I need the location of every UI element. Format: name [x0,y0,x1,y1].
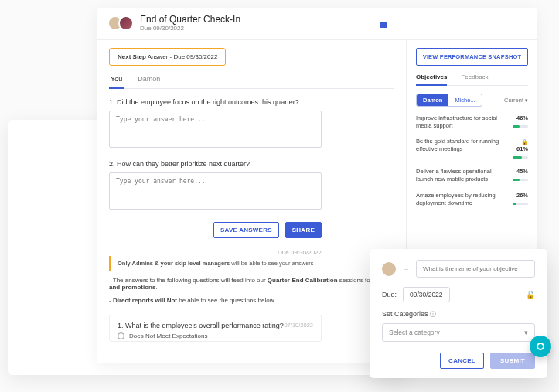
person-filter-row: Damon Miche... Current [416,94,528,107]
objective-text: Deliver a flawless operational launch ne… [416,168,500,183]
sidebar-tabs: Objectives Feedback [416,73,528,86]
objective-progress: 45% [505,168,528,182]
tab-objectives[interactable]: Objectives [416,73,447,86]
visibility-note: - Direct reports will Not be able to see… [109,297,394,304]
rating-option-1[interactable]: Does Not Meet Expectations [118,332,313,339]
chip-miche[interactable]: Miche... [448,94,481,106]
main-column: Next Step Answer - Due 09/30/2022 You Da… [97,40,406,363]
avatar [118,15,134,31]
objective-percent: 26% [505,192,528,199]
due-label: Due: [382,291,397,298]
share-button[interactable]: SHARE [285,222,322,238]
objective-percent: 46% [505,114,528,121]
help-icon[interactable]: ⓘ [430,311,436,318]
next-step-label: Next Step [118,53,146,60]
rating-option-label: Does Not Meet Expectations [129,332,207,339]
progress-bar [513,156,528,159]
lock-icon: 🔒 [521,139,528,145]
chip-damon[interactable]: Damon [417,94,448,106]
objective-progress: 26% [505,192,528,206]
answer-2-input[interactable] [109,172,322,210]
popover-actions: CANCEL SUBMIT [382,353,535,369]
progress-bar [513,179,528,181]
submit-button[interactable]: SUBMIT [490,353,535,369]
unlock-icon[interactable]: 🔓 [526,291,535,299]
objective-text: Amaze employees by reducing deployment d… [416,192,500,207]
admin-visibility-note: Only Admins & your skip level managers w… [109,256,320,271]
flag-icon[interactable] [380,22,387,28]
objective-row[interactable]: Deliver a flawless operational launch ne… [416,168,528,183]
next-step-text: Answer - Due 09/30/2022 [148,53,218,60]
answer-1-input[interactable] [109,111,322,148]
save-answers-button[interactable]: SAVE ANSWERS [213,222,279,238]
objective-percent: 61% [505,145,528,152]
avatar [382,262,396,276]
objective-name-input[interactable] [416,260,535,278]
help-fab[interactable] [530,336,551,357]
radio-icon [118,332,124,339]
progress-bar [513,125,528,128]
objective-percent: 45% [505,168,528,175]
select-placeholder: Select a category [389,329,440,336]
author-tabs: You Damon [109,72,394,89]
objective-text: Improve infrastructure for social media … [416,114,500,130]
cancel-button[interactable]: CANCEL [440,353,484,369]
circle-icon [537,343,544,350]
popover-row-name: → [382,260,535,278]
arrow-right-icon: → [402,264,410,273]
progress-bar [513,203,528,205]
due-date-input[interactable]: 09/30/2022 [403,287,450,302]
answer-actions: SAVE ANSWERS SHARE [109,222,322,238]
panel-header: End of Quarter Check-In Due 09/30/2022 [97,8,537,40]
objectives-list: Improve infrastructure for social media … [416,114,528,207]
tab-damon[interactable]: Damon [136,72,162,88]
set-categories-label: Set Categories ⓘ [382,310,535,319]
page-title: End of Quarter Check-In [140,14,240,25]
category-select[interactable]: Select a category ▾ [382,323,535,342]
popover-row-due: Due: 09/30/2022 🔓 [382,287,535,302]
chevron-down-icon: ▾ [524,329,528,336]
participant-avatars [107,15,134,31]
view-snapshot-button[interactable]: VIEW PERFORMANCE SNAPSHOT [416,48,528,66]
tab-feedback[interactable]: Feedback [461,73,488,85]
objective-progress: 46% [505,114,528,129]
question-1: 1. Did the employee focus on the right o… [109,98,394,106]
due-date: Due 09/30/2022 [140,25,240,32]
next-step-callout: Next Step Answer - Due 09/30/2022 [109,48,226,66]
objective-row[interactable]: Amaze employees by reducing deployment d… [416,192,528,207]
period-dropdown[interactable]: Current [504,97,528,104]
calibration-note: - The answers to the following questions… [109,277,394,291]
objective-row[interactable]: Be the gold standard for running effecti… [416,138,528,160]
admin-due-date: Due 09/30/2022 [278,249,322,256]
new-objective-popover: → Due: 09/30/2022 🔓 Set Categories ⓘ Sel… [370,249,547,378]
rating-date: 07/10/2022 [284,322,313,329]
rating-question-box: 07/10/2022 1. What is the employee's ove… [109,315,322,342]
objective-row[interactable]: Improve infrastructure for social media … [416,114,528,130]
question-2: 2. How can they better prioritize next q… [109,160,394,168]
objective-text: Be the gold standard for running effecti… [416,138,500,153]
title-block: End of Quarter Check-In Due 09/30/2022 [140,14,240,32]
admin-note-bold: Only Admins & your skip level managers [118,260,230,267]
person-chips: Damon Miche... [416,94,482,107]
tab-you[interactable]: You [109,72,124,89]
admin-note-rest: will be able to see your answers [230,260,313,267]
objective-progress: 🔒61% [505,138,528,160]
